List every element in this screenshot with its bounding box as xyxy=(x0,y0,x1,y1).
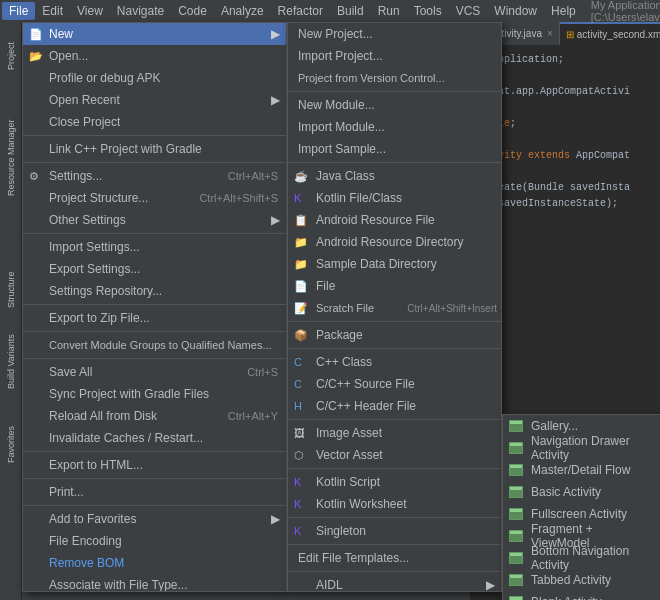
image-icon: 🖼 xyxy=(294,427,305,439)
menu-item-save-all[interactable]: Save All Ctrl+S xyxy=(23,361,286,383)
cpp-class[interactable]: C C++ Class xyxy=(288,351,501,373)
gallery-icon xyxy=(509,420,523,432)
android-resource-dir[interactable]: 📁 Android Resource Directory xyxy=(288,231,501,253)
svg-rect-9 xyxy=(510,487,522,490)
kotlin-icon: K xyxy=(294,192,301,204)
menu-file[interactable]: File xyxy=(2,2,35,20)
cpp-source[interactable]: C C/C++ Source File xyxy=(288,373,501,395)
kotlin-script[interactable]: K Kotlin Script xyxy=(288,471,501,493)
separator-5 xyxy=(23,331,286,332)
sidebar-icon-variants[interactable]: Build Variants xyxy=(1,332,21,392)
blank-icon xyxy=(509,596,523,600)
activity-nav-drawer[interactable]: Navigation Drawer Activity xyxy=(503,437,660,459)
new-sep-2 xyxy=(288,162,501,163)
activity-tabbed[interactable]: Tabbed Activity xyxy=(503,569,660,591)
singleton-icon: K xyxy=(294,525,301,537)
menu-item-sync-gradle[interactable]: Sync Project with Gradle Files xyxy=(23,383,286,405)
kotlin-class[interactable]: K Kotlin File/Class xyxy=(288,187,501,209)
scratch-shortcut: Ctrl+Alt+Shift+Insert xyxy=(407,303,497,314)
sidebar-icon-project[interactable]: Project xyxy=(1,26,21,86)
menu-item-invalidate[interactable]: Invalidate Caches / Restart... xyxy=(23,427,286,449)
cpp-header[interactable]: H C/C++ Header File xyxy=(288,395,501,417)
svg-rect-5 xyxy=(510,443,522,446)
java-class[interactable]: ☕ Java Class xyxy=(288,165,501,187)
new-module[interactable]: New Module... xyxy=(288,94,501,116)
menu-item-settings-repo[interactable]: Settings Repository... xyxy=(23,280,286,302)
android-dir-icon: 📁 xyxy=(294,236,308,249)
image-asset[interactable]: 🖼 Image Asset xyxy=(288,422,501,444)
menu-item-export-zip[interactable]: Export to Zip File... xyxy=(23,307,286,329)
activity-basic[interactable]: Basic Activity xyxy=(503,481,660,503)
menu-refactor[interactable]: Refactor xyxy=(271,2,330,20)
menu-item-reload[interactable]: Reload All from Disk Ctrl+Alt+Y xyxy=(23,405,286,427)
singleton-item[interactable]: K Singleton xyxy=(288,520,501,542)
app-title: My Application [C:\Users\elavi... xyxy=(591,0,660,23)
menu-build[interactable]: Build xyxy=(330,2,371,20)
separator-9 xyxy=(23,505,286,506)
menu-item-new[interactable]: 📄 New ▶ xyxy=(23,23,286,45)
menu-run[interactable]: Run xyxy=(371,2,407,20)
editor-tab-xml[interactable]: ⊞ activity_second.xml × xyxy=(560,22,660,45)
menu-item-link[interactable]: Link C++ Project with Gradle xyxy=(23,138,286,160)
menu-view[interactable]: View xyxy=(70,2,110,20)
import-project[interactable]: Import Project... xyxy=(288,45,501,67)
tabbed-icon xyxy=(509,574,523,586)
menu-item-export-settings[interactable]: Export Settings... xyxy=(23,258,286,280)
menu-item-import-settings[interactable]: Import Settings... xyxy=(23,236,286,258)
edit-templates[interactable]: Edit File Templates... xyxy=(288,547,501,569)
menu-item-associate-type[interactable]: Associate with File Type... xyxy=(23,574,286,592)
aidl-item[interactable]: AIDL ▶ xyxy=(288,574,501,592)
menu-item-add-favorites[interactable]: Add to Favorites ▶ xyxy=(23,508,286,530)
svg-rect-3 xyxy=(510,421,522,424)
menu-item-file-encoding[interactable]: File Encoding xyxy=(23,530,286,552)
menu-vcs[interactable]: VCS xyxy=(449,2,488,20)
new-arrow: ▶ xyxy=(271,27,280,41)
open-icon: 📂 xyxy=(29,50,43,63)
vector-asset[interactable]: ⬡ Vector Asset xyxy=(288,444,501,466)
kotlin-worksheet[interactable]: K Kotlin Worksheet xyxy=(288,493,501,515)
save-shortcut: Ctrl+S xyxy=(247,366,278,378)
menu-item-export-html[interactable]: Export to HTML... xyxy=(23,454,286,476)
file-item[interactable]: 📄 File xyxy=(288,275,501,297)
sample-data-dir[interactable]: 📁 Sample Data Directory xyxy=(288,253,501,275)
menu-analyze[interactable]: Analyze xyxy=(214,2,271,20)
menu-item-recent[interactable]: Open Recent ▶ xyxy=(23,89,286,111)
java-icon: ☕ xyxy=(294,170,308,183)
menu-item-remove-bom[interactable]: Remove BOM xyxy=(23,552,286,574)
menu-item-print[interactable]: Print... xyxy=(23,481,286,503)
menu-item-project-struct[interactable]: Project Structure... Ctrl+Alt+Shift+S xyxy=(23,187,286,209)
cpp-hdr-icon: H xyxy=(294,400,302,412)
menu-item-other-settings[interactable]: Other Settings ▶ xyxy=(23,209,286,231)
new-project[interactable]: New Project... xyxy=(288,23,501,45)
new-sep-8 xyxy=(288,544,501,545)
menu-item-open[interactable]: 📂 Open... xyxy=(23,45,286,67)
package-item[interactable]: 📦 Package xyxy=(288,324,501,346)
menu-item-close[interactable]: Close Project xyxy=(23,111,286,133)
kworksheet-icon: K xyxy=(294,498,301,510)
sidebar-icon-structure[interactable]: Structure xyxy=(1,260,21,320)
menu-help[interactable]: Help xyxy=(544,2,583,20)
separator-3 xyxy=(23,233,286,234)
import-module[interactable]: Import Module... xyxy=(288,116,501,138)
menu-item-profile[interactable]: Profile or debug APK xyxy=(23,67,286,89)
menu-item-convert[interactable]: Convert Module Groups to Qualified Names… xyxy=(23,334,286,356)
sidebar-icon-favorites[interactable]: Favorites xyxy=(1,414,21,474)
package-icon: 📦 xyxy=(294,329,308,342)
menu-edit[interactable]: Edit xyxy=(35,2,70,20)
project-from-vcs[interactable]: Project from Version Control... xyxy=(288,67,501,89)
menu-item-settings[interactable]: ⚙ Settings... Ctrl+Alt+S xyxy=(23,165,286,187)
separator-2 xyxy=(23,162,286,163)
activity-blank[interactable]: Blank Activity xyxy=(503,591,660,600)
recent-arrow: ▶ xyxy=(271,93,280,107)
import-sample[interactable]: Import Sample... xyxy=(288,138,501,160)
android-resource-file[interactable]: 📋 Android Resource File xyxy=(288,209,501,231)
menu-code[interactable]: Code xyxy=(171,2,214,20)
menu-tools[interactable]: Tools xyxy=(407,2,449,20)
sidebar-icon-resource[interactable]: Resource Manager xyxy=(1,118,21,198)
activity-master-detail[interactable]: Master/Detail Flow xyxy=(503,459,660,481)
activity-bottom-nav[interactable]: Bottom Navigation Activity xyxy=(503,547,660,569)
scratch-file[interactable]: 📝 Scratch File Ctrl+Alt+Shift+Insert xyxy=(288,297,501,319)
menu-navigate[interactable]: Navigate xyxy=(110,2,171,20)
new-sep-7 xyxy=(288,517,501,518)
menu-window[interactable]: Window xyxy=(487,2,544,20)
